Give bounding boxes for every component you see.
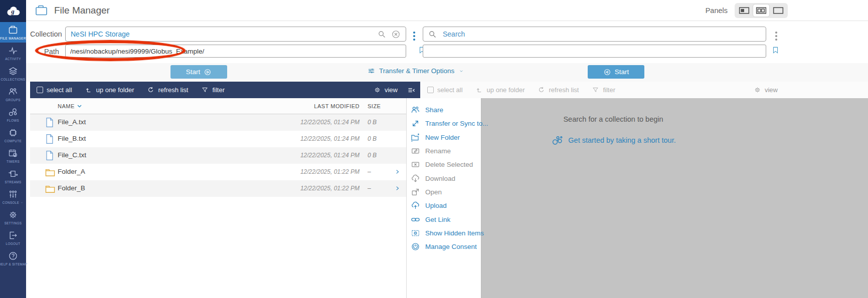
row-size: 0 B (368, 135, 377, 142)
sidebar-item-label: CONSOLE (3, 201, 24, 204)
sidebar-item-streams[interactable]: STREAMS (0, 166, 26, 186)
collection-input[interactable] (66, 30, 378, 38)
menu-item-upload[interactable]: Upload (407, 199, 481, 212)
transfer-timer-options[interactable]: Transfer & Timer Options (368, 67, 464, 75)
row-size: 0 B (368, 119, 377, 126)
menu-item-download[interactable]: Download (407, 171, 481, 185)
collection-search-icon[interactable] (378, 30, 386, 39)
sidebar-item-timers[interactable]: TIMERS (0, 145, 26, 166)
table-row-file-c-txt[interactable]: File_C.txt12/22/2025, 01:24 PM0 B (30, 147, 406, 164)
tour-link[interactable]: Get started by taking a short tour. (568, 136, 675, 144)
menu-item-show-hidden-items[interactable]: Show Hidden Items (407, 226, 481, 240)
sidebar-item-settings[interactable]: SETTINGS (0, 207, 26, 227)
file-icon (45, 150, 54, 161)
start-right-label: Start (615, 68, 629, 76)
sidebar-item-file-manager[interactable]: FILE MANAGER (0, 22, 26, 43)
menu-item-new-folder[interactable]: New Folder (407, 131, 481, 144)
transfer-controls-band: Start Transfer & Timer Options Start (26, 63, 868, 82)
file-icon (45, 117, 54, 128)
collection-clear-icon[interactable] (391, 30, 401, 39)
menu-item-manage-consent[interactable]: Manage Consent (407, 240, 481, 253)
up-one-folder-icon (476, 86, 483, 94)
delete-selected-icon (411, 160, 420, 169)
logout-icon (8, 230, 18, 240)
right-filter-button[interactable]: filter (592, 86, 615, 94)
refresh-list-button[interactable]: refresh list (147, 86, 188, 94)
sidebar-item-help-sitemap[interactable]: HELP & SITEMAP (0, 248, 26, 268)
globus-file-manager-app: g FILE MANAGERACTIVITYCOLLECTIONSGROUPSF… (0, 0, 868, 298)
collection-kebab-menu[interactable] (411, 30, 417, 43)
right-kebab-menu[interactable] (773, 30, 779, 43)
select-all-checkbox[interactable] (37, 87, 43, 93)
sidebar-item-groups[interactable]: GROUPS (0, 84, 26, 104)
sort-chevron-icon (77, 105, 82, 108)
up-one-folder-icon (85, 86, 93, 94)
sliders-icon (368, 67, 375, 75)
panels-single-button[interactable] (770, 5, 786, 17)
column-size: SIZE (368, 103, 381, 109)
row-name: File_A.txt (58, 118, 86, 126)
column-name-sort[interactable]: NAME (58, 103, 82, 109)
up-one-folder-button[interactable]: up one folder (85, 86, 134, 94)
right-select-all-button[interactable]: select all (427, 86, 463, 94)
select-all-button[interactable]: select all (37, 86, 72, 94)
right-view-button[interactable]: view (754, 86, 778, 94)
filter-icon (201, 86, 209, 94)
table-row-file-a-txt[interactable]: File_A.txt12/22/2025, 01:24 PM0 B (30, 114, 406, 131)
right-up-one-folder-button[interactable]: up one folder (476, 86, 525, 94)
streams-icon (8, 169, 18, 179)
settings-icon (8, 210, 18, 220)
right-select-all-checkbox[interactable] (427, 87, 434, 93)
console-icon (8, 189, 18, 199)
right-refresh-list-button[interactable]: refresh list (538, 86, 579, 94)
open-folder-chevron-icon[interactable] (395, 168, 400, 176)
sidebar: g FILE MANAGERACTIVITYCOLLECTIONSGROUPSF… (0, 0, 26, 298)
search-icon (428, 30, 437, 39)
sidebar-item-label: LOGOUT (6, 242, 21, 245)
sidebar-item-console[interactable]: CONSOLE (0, 186, 26, 207)
sidebar-item-label: FILE MANAGER (0, 37, 26, 40)
view-button[interactable]: view (374, 86, 398, 94)
panels-single-left-button[interactable] (736, 5, 752, 17)
table-row-file-b-txt[interactable]: File_B.txt12/22/2025, 01:24 PM0 B (30, 131, 406, 147)
menu-item-label: Open (425, 188, 442, 196)
open-folder-chevron-icon[interactable] (395, 184, 400, 192)
sidebar-item-label: GROUPS (6, 98, 21, 102)
folder-icon (45, 184, 55, 193)
panels-split-button[interactable] (753, 5, 769, 17)
sidebar-item-activity[interactable]: ACTIVITY (0, 43, 26, 63)
file-manager-icon (8, 25, 18, 35)
menu-item-rename[interactable]: Rename (407, 144, 481, 158)
rename-icon (411, 146, 420, 156)
menu-item-share[interactable]: Share (407, 103, 481, 117)
panels-toggle (735, 3, 788, 18)
get-link-icon (411, 215, 420, 224)
transfer-options-label: Transfer & Timer Options (379, 67, 454, 75)
sidebar-item-logout[interactable]: LOGOUT (0, 227, 26, 248)
timers-icon (8, 148, 18, 158)
menu-item-label: Rename (425, 147, 451, 155)
right-path-input[interactable] (423, 45, 766, 58)
table-row-folder-a[interactable]: Folder_A12/22/2025, 01:22 PM– (30, 164, 406, 180)
path-input[interactable] (65, 45, 406, 58)
sidebar-item-compute[interactable]: COMPUTE (0, 125, 26, 145)
filter-button[interactable]: filter (201, 86, 225, 94)
menu-item-open[interactable]: Open (407, 185, 481, 199)
start-transfer-right-button[interactable]: Start (588, 65, 644, 79)
menu-item-label: Manage Consent (425, 243, 477, 250)
panel-menu-collapse-icon[interactable] (407, 86, 416, 94)
globus-cloud-icon: g (5, 5, 21, 17)
right-collection-search-input[interactable] (440, 30, 766, 38)
menu-item-delete-selected[interactable]: Delete Selected (407, 158, 481, 171)
gear-icon (374, 86, 381, 94)
sidebar-item-collections[interactable]: COLLECTIONS (0, 63, 26, 84)
right-bookmark-icon[interactable] (772, 45, 779, 55)
start-transfer-left-button[interactable]: Start (170, 65, 227, 79)
table-row-folder-b[interactable]: Folder_B12/22/2025, 01:22 PM– (30, 180, 406, 197)
menu-item-get-link[interactable]: Get Link (407, 212, 481, 226)
sidebar-item-flows[interactable]: FLOWS (0, 104, 26, 125)
menu-item-transfer-or-sync-to[interactable]: Transfer or Sync to... (407, 117, 481, 130)
globus-logo[interactable]: g (0, 0, 26, 22)
row-name: File_B.txt (58, 135, 86, 142)
chevron-down-icon (458, 69, 464, 73)
